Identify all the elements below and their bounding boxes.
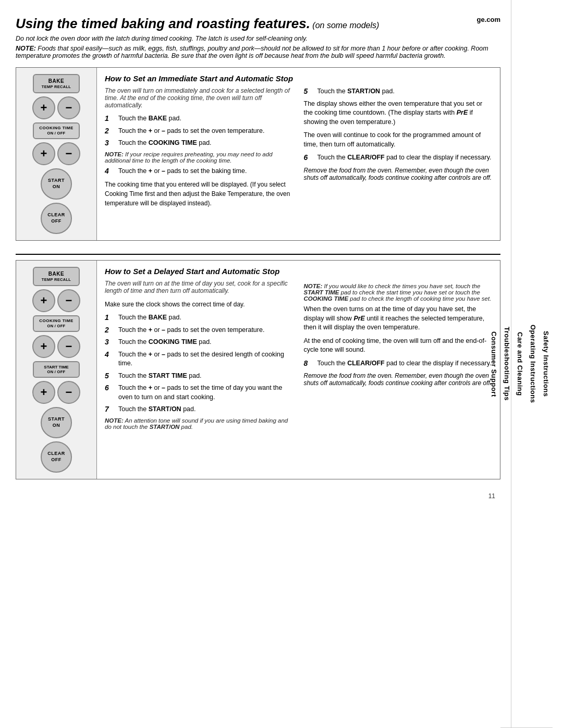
section1-step-4: 4 Touch the + or – pads to set the bakin… xyxy=(105,167,293,176)
warning-content: Do not lock the oven door with the latch… xyxy=(16,35,308,42)
section1-step-5: 5 Touch the START/ON pad. xyxy=(304,87,493,96)
oven-panel-1: BAKE TEMP RECALL + − COOKING TIME ON / O… xyxy=(16,68,97,240)
page-title: Using the timed baking and roasting feat… xyxy=(16,16,500,32)
sidebar-section-consumer: Consumer Support xyxy=(487,0,500,728)
bake-sub-label: TEMP RECALL xyxy=(39,84,74,90)
section1-step-3: 3 Touch the COOKING TIME pad. xyxy=(105,139,293,148)
section1-col-left: The oven will turn on immediately and co… xyxy=(105,87,293,212)
clear-label-2: CLEAR xyxy=(47,451,65,457)
sidebar-section-operating: Operating Instructions xyxy=(527,0,540,728)
section1-step-6: 6 Touch the CLEAR/OFF pad to clear the d… xyxy=(304,153,493,163)
sidebar-label-consumer: Consumer Support xyxy=(490,331,498,397)
website-label: ge.com xyxy=(476,16,500,24)
bake-button-1[interactable]: BAKE TEMP RECALL xyxy=(33,74,80,93)
section1-content: How to Set an Immediate Start and Automa… xyxy=(97,68,500,240)
plus-button-2a[interactable]: + xyxy=(32,289,55,312)
section2-step-7: 7 Touch the START/ON pad. xyxy=(105,405,293,414)
minus-button-2b[interactable]: − xyxy=(57,335,80,358)
plus-button-2b[interactable]: + xyxy=(32,335,55,358)
plus-button-1a[interactable]: + xyxy=(32,96,55,119)
oven-panel-2: BAKE TEMP RECALL + − COOKING TIME ON / O… xyxy=(16,261,97,479)
two-sections: BAKE TEMP RECALL + − COOKING TIME ON / O… xyxy=(16,67,500,487)
note-label: NOTE: xyxy=(16,45,36,52)
section2-step-2: 2 Touch the + or – pads to set the oven … xyxy=(105,326,293,335)
bake-label: BAKE xyxy=(39,78,74,84)
start-button-2[interactable]: START ON xyxy=(41,407,72,438)
header-area: Using the timed baking and roasting feat… xyxy=(16,16,500,59)
bake-button-2[interactable]: BAKE TEMP RECALL xyxy=(33,267,80,286)
section2-end-text: At the end of cooking time, the oven wil… xyxy=(304,337,493,355)
sidebar: Safety Instructions Operating Instructio… xyxy=(511,0,553,728)
section1-remove-text: Remove the food from the oven. Remember,… xyxy=(304,167,493,181)
plus-minus-row-2c: + − xyxy=(20,381,92,404)
sidebar-section-safety: Safety Instructions xyxy=(540,0,553,728)
sidebar-label-safety: Safety Instructions xyxy=(542,331,550,397)
sidebar-label-operating: Operating Instructions xyxy=(529,325,537,403)
plus-minus-row-1b: + − xyxy=(20,142,92,165)
section1-note: NOTE: If your recipe requires preheating… xyxy=(105,151,293,164)
warning-text: Do not lock the oven door with the latch… xyxy=(16,35,500,42)
section2-intro: The oven will turn on at the time of day… xyxy=(105,280,293,294)
plus-button-1b[interactable]: + xyxy=(32,142,55,165)
page-number: 11 xyxy=(16,492,500,500)
plus-button-2c[interactable]: + xyxy=(32,381,55,404)
clear-label: CLEAR xyxy=(47,212,65,218)
start-time-label: START TIME xyxy=(38,365,75,369)
section2-remove-text: Remove the food from the oven. Remember,… xyxy=(304,372,493,387)
start-button-1[interactable]: START ON xyxy=(41,168,72,200)
sidebar-section-troubleshooting: Troubleshooting Tips xyxy=(500,0,513,728)
section2-step-4: 4 Touch the + or – pads to set the desir… xyxy=(105,350,293,368)
clear-button-2[interactable]: CLEAR OFF xyxy=(41,441,72,473)
section2-step-5: 5 Touch the START TIME pad. xyxy=(105,372,293,381)
section2-cols: The oven will turn on at the time of day… xyxy=(105,280,492,433)
section-divider xyxy=(16,254,500,255)
minus-button-1a[interactable]: − xyxy=(57,96,80,119)
bake-label-2: BAKE xyxy=(39,270,74,277)
sidebar-label-troubleshooting: Troubleshooting Tips xyxy=(503,327,511,401)
section2-title: How to Set a Delayed Start and Automatic… xyxy=(105,267,492,276)
section2-clock-text: Make sure the clock shows the correct ti… xyxy=(105,300,293,309)
section2-step-1: 1 Touch the BAKE pad. xyxy=(105,313,293,323)
section2-col-left: The oven will turn on at the time of day… xyxy=(105,280,293,433)
bake-sub-label-2: TEMP RECALL xyxy=(39,277,74,282)
clear-button-1[interactable]: CLEAR OFF xyxy=(41,203,72,234)
start-label: START xyxy=(48,178,65,184)
section1-display-text: The display shows either the oven temper… xyxy=(304,100,493,127)
note-content: Foods that spoil easily—such as milk, eg… xyxy=(16,45,488,59)
minus-button-1b[interactable]: − xyxy=(57,142,80,165)
cooking-time-button-1[interactable]: COOKING TIME ON / OFF xyxy=(33,122,80,139)
section2-block: BAKE TEMP RECALL + − COOKING TIME ON / O… xyxy=(16,260,500,479)
section2-step-6: 6 Touch the + or – pads to set the time … xyxy=(105,384,293,402)
section1-continue-text: The oven will continue to cook for the p… xyxy=(304,131,493,149)
title-text: Using the timed baking and roasting feat… xyxy=(16,16,310,31)
cooking-time-label: COOKING TIME xyxy=(37,126,76,131)
note-text: NOTE: Foods that spoil easily—such as mi… xyxy=(16,45,500,59)
start-label-2: START xyxy=(48,416,65,423)
start-sub-label: ON xyxy=(53,184,60,190)
section2-content: How to Set a Delayed Start and Automatic… xyxy=(97,261,500,479)
section1-title: How to Set an Immediate Start and Automa… xyxy=(105,74,492,83)
section1-cooking-display: The cooking time that you entered will b… xyxy=(105,180,293,208)
section1-cols: The oven will turn on immediately and co… xyxy=(105,87,492,212)
clear-sub-label: OFF xyxy=(51,218,62,225)
minus-button-2c[interactable]: − xyxy=(57,381,80,404)
cooking-time-label-2: COOKING TIME xyxy=(37,318,76,324)
plus-minus-row-2a: + − xyxy=(20,289,92,312)
clear-sub-label-2: OFF xyxy=(51,457,62,463)
start-time-button-2[interactable]: START TIME ON / OFF xyxy=(33,361,80,378)
section1-intro: The oven will turn on immediately and co… xyxy=(105,87,293,109)
sidebar-label-care: Care and Cleaning xyxy=(516,332,524,396)
minus-button-2a[interactable]: − xyxy=(57,289,80,312)
section2-col-right: NOTE: If you would like to check the tim… xyxy=(304,280,493,433)
section2-note-bottom: NOTE: An attention tone will sound if yo… xyxy=(105,417,293,430)
section2-note-right: NOTE: If you would like to check the tim… xyxy=(304,283,493,302)
cooking-time-button-2[interactable]: COOKING TIME ON / OFF xyxy=(33,315,80,332)
section2-step-3: 3 Touch the COOKING TIME pad. xyxy=(105,338,293,347)
cooking-time-sub-label: ON / OFF xyxy=(37,131,76,136)
section1-col-right: 5 Touch the START/ON pad. The display sh… xyxy=(304,87,493,212)
section1-step-2: 2 Touch the + or – pads to set the oven … xyxy=(105,127,293,136)
section1-step-1: 1 Touch the BAKE pad. xyxy=(105,114,293,124)
plus-minus-row-2b: + − xyxy=(20,335,92,358)
plus-minus-row-1a: + − xyxy=(20,96,92,119)
section2-when-text: When the oven turns on at the time of da… xyxy=(304,305,493,332)
